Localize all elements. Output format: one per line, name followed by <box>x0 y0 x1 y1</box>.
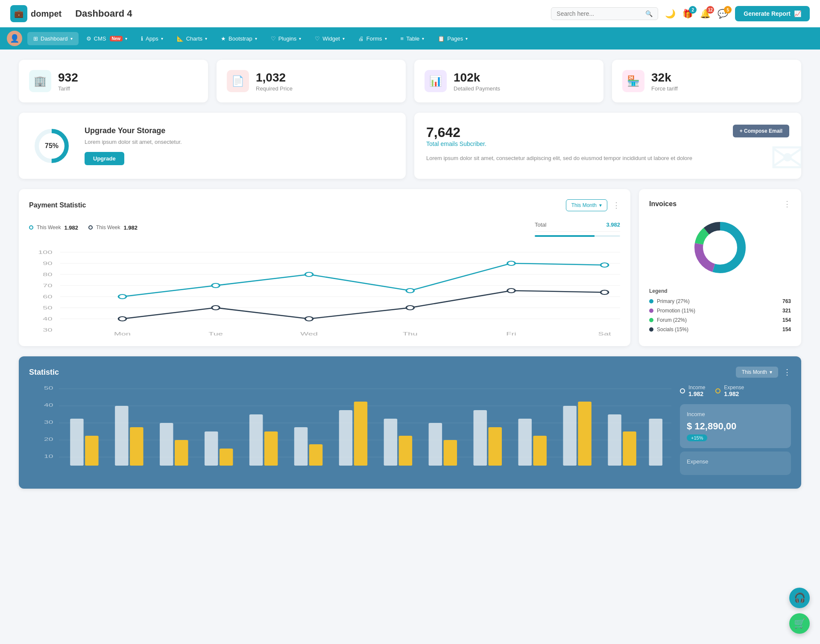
email-description: Lorem ipsum dolor sit amet, consectetur … <box>426 154 789 163</box>
nav-item-apps[interactable]: ℹ Apps ▾ <box>135 32 169 45</box>
nav-item-cms[interactable]: ⚙ CMS New ▾ <box>80 32 133 45</box>
generate-report-button[interactable]: Generate Report 📈 <box>735 6 810 21</box>
tariff-value: 932 <box>58 71 78 85</box>
svg-point-32 <box>406 306 414 310</box>
svg-text:Wed: Wed <box>300 331 318 336</box>
stat-cards-grid: 🏢 932 Tariff 📄 1,032 Required Price 📊 10… <box>19 60 801 102</box>
inv-legend-left-socials: Socials (15%) <box>649 326 688 332</box>
income-box: Income $ 12,890,00 +15% <box>680 404 791 448</box>
svg-rect-58 <box>249 414 263 466</box>
svg-point-26 <box>406 288 414 293</box>
nav-label-apps: Apps <box>146 35 158 42</box>
email-subtitle: Total emails Subcriber. <box>426 140 486 147</box>
invoices-donut-container <box>649 216 791 280</box>
inv-dot-forum <box>649 318 653 322</box>
price-value: 1,032 <box>256 71 293 85</box>
pages-icon: 📋 <box>438 35 445 42</box>
chevron-down-icon-widget: ▾ <box>343 36 345 41</box>
chart-title: Payment Statistic <box>29 201 86 209</box>
invoice-legend-socials: Socials (15%) 154 <box>649 326 791 332</box>
inv-legend-left-primary: Primary (27%) <box>649 298 690 304</box>
force-info: 32k Force tariff <box>651 71 678 92</box>
gift-icon[interactable]: 🎁 2 <box>682 9 693 19</box>
header-right: 🔍 🌙 🎁 2 🔔 12 💬 5 Generate Report 📈 <box>551 6 810 21</box>
legend-label-1: This Week <box>37 224 61 230</box>
nav-item-widget[interactable]: ♡ Widget ▾ <box>309 32 350 45</box>
nav-label-bootstrap: Bootstrap <box>228 35 252 42</box>
search-box[interactable]: 🔍 <box>551 7 658 20</box>
inv-label-primary: Primary (27%) <box>657 298 690 304</box>
chart-icon: 📈 <box>794 10 801 17</box>
expense-legend-item: Expense 1.982 <box>715 385 744 397</box>
dashboard-icon: ⊞ <box>33 35 38 42</box>
search-input[interactable] <box>556 10 642 17</box>
nav-label-forms: Forms <box>366 35 382 42</box>
chevron-down-icon-apps: ▾ <box>161 36 163 41</box>
svg-rect-63 <box>354 402 367 466</box>
invoice-legend-forum: Forum (22%) 154 <box>649 317 791 323</box>
generate-report-label: Generate Report <box>744 10 791 17</box>
income-dot <box>680 388 685 393</box>
chevron-down-icon-bootstrap: ▾ <box>255 36 257 41</box>
apps-icon: ℹ <box>141 35 143 42</box>
charts-icon: 📐 <box>177 35 184 42</box>
storage-title: Upgrade Your Storage <box>85 126 182 135</box>
storage-percentage: 75% <box>45 142 59 150</box>
invoices-more-icon[interactable]: ⋮ <box>783 199 791 209</box>
bootstrap-icon: ★ <box>221 35 226 42</box>
this-month-filter[interactable]: This Month ▾ <box>566 199 607 211</box>
nav-item-plugins[interactable]: ♡ Plugins ▾ <box>265 32 308 45</box>
nav-label-pages: Pages <box>447 35 463 42</box>
bell-badge: 12 <box>706 6 714 14</box>
inv-value-promotion: 321 <box>782 308 791 314</box>
nav-item-pages[interactable]: 📋 Pages ▾ <box>432 32 474 45</box>
svg-text:70: 70 <box>43 283 52 288</box>
svg-text:10: 10 <box>44 454 53 459</box>
svg-point-31 <box>305 317 313 321</box>
main-content: 🏢 932 Tariff 📄 1,032 Required Price 📊 10… <box>9 50 811 499</box>
statistic-month-filter[interactable]: This Month ▾ <box>736 367 778 378</box>
nav-label-charts: Charts <box>186 35 202 42</box>
statistic-chart-area: 50 40 30 20 10 <box>29 385 791 478</box>
logo: 💼 dompet <box>10 5 62 22</box>
storage-donut: 75% <box>32 127 71 165</box>
legend-title: Legend <box>649 288 791 294</box>
svg-text:50: 50 <box>44 385 53 390</box>
filter-label: This Month <box>571 202 597 208</box>
nav-item-forms[interactable]: 🖨 Forms ▾ <box>352 32 393 45</box>
invoices-legend: Legend Primary (27%) 763 Promotion (11%)… <box>649 288 791 332</box>
page-title: Dashboard 4 <box>75 8 551 19</box>
inv-legend-left-forum: Forum (22%) <box>649 317 687 323</box>
nav-item-dashboard[interactable]: ⊞ Dashboard ▾ <box>27 32 79 45</box>
payment-statistic-card: Payment Statistic This Month ▾ ⋮ This We… <box>19 189 630 346</box>
svg-rect-76 <box>649 419 662 466</box>
svg-point-23 <box>118 294 126 299</box>
expense-info: Expense 1.982 <box>724 385 744 397</box>
svg-text:20: 20 <box>44 437 53 442</box>
svg-text:Mon: Mon <box>114 331 131 336</box>
chevron-down-icon-filter: ▾ <box>599 202 602 208</box>
chevron-down-icon-plugins: ▾ <box>299 36 301 41</box>
invoices-card: Invoices ⋮ <box>639 189 801 346</box>
svg-rect-51 <box>85 436 98 466</box>
svg-rect-64 <box>384 419 397 466</box>
svg-text:Fri: Fri <box>506 331 516 336</box>
svg-rect-56 <box>205 431 218 466</box>
svg-text:40: 40 <box>43 316 52 321</box>
legend-value-2: 1.982 <box>123 224 138 231</box>
bell-icon[interactable]: 🔔 12 <box>700 9 711 19</box>
more-options-icon[interactable]: ⋮ <box>612 201 620 210</box>
moon-icon[interactable]: 🌙 <box>665 9 676 19</box>
nav-item-bootstrap[interactable]: ★ Bootstrap ▾ <box>215 32 263 45</box>
legend-label-2: This Week <box>96 224 120 230</box>
nav-item-table[interactable]: ≡ Table ▾ <box>395 32 430 45</box>
upgrade-button[interactable]: Upgrade <box>85 152 124 165</box>
statistic-more-icon[interactable]: ⋮ <box>783 367 791 377</box>
nav-item-charts[interactable]: 📐 Charts ▾ <box>171 32 213 45</box>
income-expense-legend: Income 1.982 Expense 1.982 <box>680 385 791 397</box>
chat-icon[interactable]: 💬 5 <box>718 9 728 19</box>
total-bar <box>535 235 620 237</box>
chevron-down-icon-forms: ▾ <box>385 36 387 41</box>
total-label: Total <box>535 221 546 228</box>
income-info: Income 1.982 <box>688 385 705 397</box>
